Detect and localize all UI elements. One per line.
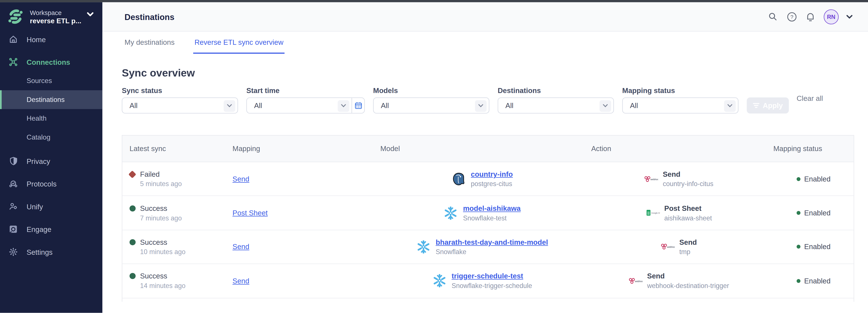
destinations-select[interactable]: All bbox=[498, 97, 614, 114]
svg-text:webhooks: webhooks bbox=[667, 246, 675, 248]
tab-my-destinations[interactable]: My destinations bbox=[123, 32, 176, 54]
sidebar-item-label: Protocols bbox=[27, 180, 57, 188]
app-window: Workspace reverse ETL p... Home bbox=[0, 0, 868, 313]
select-value: All bbox=[623, 101, 638, 109]
tab-bar: My destinations Reverse ETL sync overvie… bbox=[102, 32, 868, 54]
sidebar-item-catalog[interactable]: Catalog bbox=[0, 128, 102, 147]
start-time-select[interactable]: All bbox=[247, 98, 351, 113]
start-time-control: All bbox=[246, 97, 365, 114]
model-link[interactable]: trigger-schedule-test bbox=[452, 272, 523, 280]
apply-button[interactable]: Apply bbox=[747, 97, 789, 114]
sidebar-item-label: Settings bbox=[27, 248, 53, 256]
calendar-icon bbox=[354, 102, 362, 109]
mapping-link[interactable]: Send bbox=[232, 175, 249, 183]
sidebar-item-destinations[interactable]: Destinations bbox=[0, 90, 102, 109]
mapping-link[interactable]: Post Sheet bbox=[232, 209, 268, 217]
svg-text:webhooks: webhooks bbox=[650, 178, 658, 180]
workspace-switcher[interactable]: Workspace reverse ETL p... bbox=[0, 2, 102, 26]
sidebar-item-connections[interactable]: Connections bbox=[0, 53, 102, 71]
chevron-down-icon bbox=[724, 100, 736, 112]
window-top-edge bbox=[0, 0, 868, 2]
table-row: Success 10 minutes ago Send bbox=[122, 230, 854, 264]
filter-label: Models bbox=[373, 86, 489, 95]
google-sheets-icon: Google Sheets bbox=[646, 209, 660, 217]
column-header-model: Model bbox=[373, 136, 584, 162]
filter-sync-status: Sync status All bbox=[122, 86, 238, 114]
model-source: Snowflake-trigger-schedule bbox=[452, 282, 532, 290]
sidebar-item-unify[interactable]: Unify bbox=[0, 197, 102, 216]
snowflake-icon bbox=[416, 240, 431, 254]
clear-all-link[interactable]: Clear all bbox=[797, 94, 823, 102]
model-link[interactable]: bharath-test-day-and-time-model bbox=[436, 238, 548, 246]
rudderstack-logo-icon bbox=[8, 9, 23, 24]
chevron-down-icon bbox=[224, 100, 235, 112]
sync-status-text: Failed bbox=[140, 170, 159, 178]
shield-icon bbox=[9, 157, 18, 166]
apply-label: Apply bbox=[763, 101, 783, 109]
avatar-initials: RN bbox=[827, 13, 835, 20]
action-destination: aishikawa-sheet bbox=[664, 214, 712, 222]
column-header-mapping: Mapping bbox=[225, 136, 373, 162]
section-heading: Sync overview bbox=[122, 66, 854, 80]
filter-label: Start time bbox=[246, 86, 365, 95]
filter-icon bbox=[753, 102, 760, 108]
sync-time: 5 minutes ago bbox=[140, 180, 225, 188]
table-row bbox=[122, 298, 854, 302]
sidebar-item-home[interactable]: Home bbox=[0, 30, 102, 49]
tab-reverse-etl-sync-overview[interactable]: Reverse ETL sync overview bbox=[193, 32, 284, 54]
avatar[interactable]: RN bbox=[824, 9, 839, 24]
sync-overview-section: Sync overview Sync status All Start time… bbox=[102, 66, 868, 302]
model-link[interactable]: model-aishikawa bbox=[463, 204, 521, 212]
calendar-button[interactable] bbox=[351, 98, 364, 113]
failed-status-icon bbox=[128, 170, 136, 178]
column-header-latest-sync: Latest sync bbox=[122, 136, 225, 162]
workspace-name: reverse ETL p... bbox=[30, 18, 82, 26]
action-destination: webhook-destination-trigger bbox=[647, 282, 729, 290]
models-select[interactable]: All bbox=[373, 97, 489, 114]
action-name: Send bbox=[663, 170, 713, 178]
sidebar-item-settings[interactable]: Settings bbox=[0, 243, 102, 261]
sidebar-item-engage[interactable]: Engage bbox=[0, 220, 102, 239]
action-destination: tmp bbox=[679, 248, 697, 256]
svg-text:webhooks: webhooks bbox=[635, 280, 643, 282]
sync-time: 14 minutes ago bbox=[140, 282, 225, 290]
chevron-down-icon bbox=[599, 100, 611, 112]
enabled-dot-icon bbox=[796, 177, 800, 181]
filter-destinations: Destinations All bbox=[498, 86, 614, 114]
select-value: All bbox=[498, 101, 513, 109]
column-header-mapping-status: Mapping status bbox=[766, 136, 854, 162]
postgres-icon bbox=[452, 172, 466, 186]
mapping-link[interactable]: Send bbox=[232, 243, 249, 251]
mapping-link[interactable]: Send bbox=[232, 277, 249, 285]
filter-bar: Sync status All Start time All bbox=[122, 86, 854, 114]
mapping-status-select[interactable]: All bbox=[622, 97, 739, 114]
sync-status-select[interactable]: All bbox=[122, 97, 238, 114]
enabled-dot-icon bbox=[796, 279, 800, 283]
select-value: All bbox=[247, 101, 262, 109]
webhooks-icon: webhooks bbox=[628, 277, 643, 285]
select-value: All bbox=[122, 101, 137, 109]
filter-label: Sync status bbox=[122, 86, 238, 95]
protocols-icon bbox=[9, 179, 18, 188]
filter-label: Destinations bbox=[498, 86, 614, 95]
model-link[interactable]: country-info bbox=[471, 170, 513, 178]
action-destination: country-info-citus bbox=[663, 180, 713, 188]
sidebar-item-health[interactable]: Health bbox=[0, 109, 102, 128]
sidebar-item-protocols[interactable]: Protocols bbox=[0, 174, 102, 193]
table-row: Success 14 minutes ago Send bbox=[122, 264, 854, 298]
model-source: Snowflake-test bbox=[463, 214, 521, 222]
search-icon[interactable] bbox=[767, 11, 778, 22]
action-name: Send bbox=[679, 238, 697, 246]
workspace-chevron-down-icon[interactable] bbox=[87, 12, 94, 17]
sync-time: 10 minutes ago bbox=[140, 248, 225, 256]
notifications-bell-icon[interactable] bbox=[805, 11, 816, 22]
model-source: postgres-citus bbox=[471, 180, 513, 188]
sidebar-item-sources[interactable]: Sources bbox=[0, 71, 102, 90]
svg-text:Google Sheets: Google Sheets bbox=[651, 212, 660, 214]
action-name: Send bbox=[647, 272, 729, 280]
help-icon[interactable]: ? bbox=[786, 11, 797, 22]
table-row: Failed 5 minutes ago Send country-info p… bbox=[122, 162, 854, 196]
success-status-icon bbox=[129, 205, 135, 211]
account-chevron-down-icon[interactable] bbox=[846, 15, 852, 19]
sidebar-item-privacy[interactable]: Privacy bbox=[0, 152, 102, 170]
